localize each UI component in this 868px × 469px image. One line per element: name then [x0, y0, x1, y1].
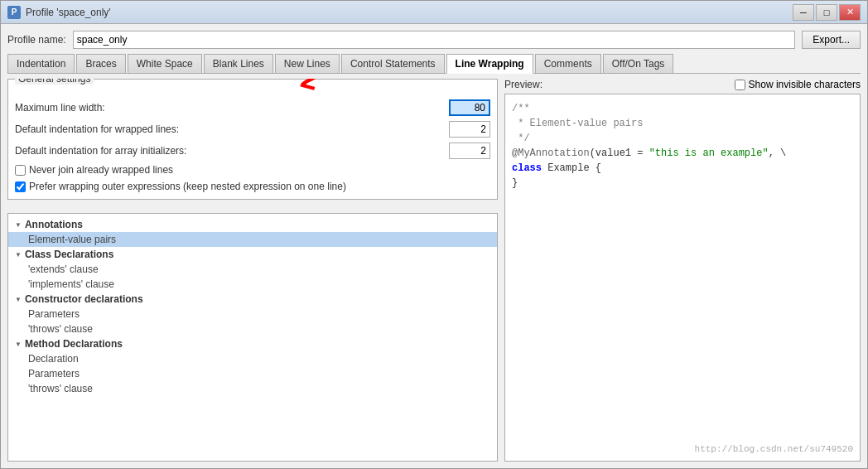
title-buttons: ─ □ ✕ [793, 4, 861, 21]
tree-item-constructor-decl[interactable]: ▼ Constructor declarations [8, 292, 497, 307]
setting-row-indent-array: Default indentation for array initialize… [15, 143, 490, 159]
code-line-3: */ [512, 131, 853, 146]
code-line-5: class Example { [512, 161, 853, 176]
tab-white-space[interactable]: White Space [128, 54, 202, 73]
maximize-button[interactable]: □ [816, 4, 837, 21]
show-invisible-row: Show invisible characters [735, 79, 861, 90]
right-panel: Preview: Show invisible characters /** *… [504, 79, 861, 462]
tab-braces[interactable]: Braces [76, 54, 125, 73]
indent-array-label: Default indentation for array initialize… [15, 145, 186, 157]
tab-control-statements[interactable]: Control Statements [341, 54, 445, 73]
tree-item-constructor-throws[interactable]: 'throws' clause [8, 322, 497, 336]
profile-row: Profile name: Export... [7, 31, 861, 49]
tab-blank-lines[interactable]: Blank Lines [204, 54, 273, 73]
expand-icon-annotations: ▼ [15, 221, 22, 229]
expand-icon-constructor: ▼ [15, 296, 22, 303]
tab-line-wrapping[interactable]: Line Wrapping [446, 54, 533, 74]
content-area: Profile name: Export... Indentation Brac… [1, 24, 867, 468]
general-settings-group: General settings Maximum line width: Def… [7, 79, 498, 200]
close-button[interactable]: ✕ [839, 4, 861, 21]
max-width-label: Maximum line width: [15, 102, 105, 114]
export-button[interactable]: Export... [802, 31, 861, 49]
tab-comments[interactable]: Comments [535, 54, 601, 73]
tree-content[interactable]: ▼ Annotations Element-value pairs ▼ Clas… [8, 214, 497, 461]
window-title: Profile 'space_only' [26, 7, 111, 18]
tree-item-method-throws[interactable]: 'throws' clause [8, 381, 497, 396]
setting-row-indent-wrapped: Default indentation for wrapped lines: [15, 121, 490, 138]
code-line-1: /** [512, 101, 853, 116]
keyword-class: class [512, 162, 542, 174]
tree-item-annotations[interactable]: ▼ Annotations [8, 217, 497, 232]
code-line-2: * Element-value pairs [512, 116, 853, 131]
checkbox-prefer-wrapping: Prefer wrapping outer expressions (keep … [15, 181, 490, 192]
left-panel: General settings Maximum line width: Def… [7, 79, 498, 462]
tab-new-lines[interactable]: New Lines [275, 54, 340, 73]
tree-item-extends[interactable]: 'extends' clause [8, 262, 497, 277]
tree-item-implements[interactable]: 'implements' clause [8, 277, 497, 292]
group-title: General settings [15, 79, 94, 85]
tree-item-element-value-pairs[interactable]: Element-value pairs [8, 232, 497, 247]
main-area: General settings Maximum line width: Def… [7, 79, 861, 462]
tree-item-method-decl[interactable]: ▼ Method Declarations [8, 336, 497, 351]
setting-row-max-width: Maximum line width: [15, 99, 490, 116]
profile-name-input[interactable] [73, 31, 796, 49]
main-window: P Profile 'space_only' ─ □ ✕ Profile nam… [0, 0, 868, 469]
never-join-label: Never join already wrapped lines [29, 164, 173, 176]
title-bar-left: P Profile 'space_only' [7, 6, 111, 19]
show-invisible-label: Show invisible characters [749, 79, 861, 90]
profile-label: Profile name: [7, 34, 66, 46]
show-invisible-checkbox[interactable] [735, 80, 745, 90]
tree-item-method-declaration[interactable]: Declaration [8, 351, 497, 366]
prefer-wrapping-checkbox[interactable] [15, 181, 26, 192]
tabs-bar: Indentation Braces White Space Blank Lin… [7, 54, 861, 74]
tab-off-on-tags[interactable]: Off/On Tags [603, 54, 674, 73]
title-bar: P Profile 'space_only' ─ □ ✕ [1, 1, 867, 24]
expand-icon-method: ▼ [15, 341, 22, 348]
prefer-wrapping-label: Prefer wrapping outer expressions (keep … [29, 181, 346, 192]
max-width-input[interactable] [449, 99, 490, 116]
tree-item-class-declarations[interactable]: ▼ Class Declarations [8, 247, 497, 262]
code-preview[interactable]: /** * Element-value pairs */ @MyAnnotati… [504, 94, 861, 462]
watermark: http://blog.csdn.net/su749520 [695, 444, 853, 454]
string-code: "this is an example" [649, 147, 769, 159]
never-join-checkbox[interactable] [15, 165, 26, 176]
tree-item-method-params[interactable]: Parameters [8, 366, 497, 381]
preview-header: Preview: Show invisible characters [504, 79, 861, 90]
checkbox-never-join: Never join already wrapped lines [15, 164, 490, 176]
minimize-button[interactable]: ─ [793, 4, 814, 21]
settings-grid: Maximum line width: Default indentation … [15, 99, 490, 192]
code-line-4: @MyAnnotation(value1 = "this is an examp… [512, 146, 853, 161]
indent-wrapped-label: Default indentation for wrapped lines: [15, 123, 179, 135]
app-icon: P [7, 6, 21, 19]
tree-panel: ▼ Annotations Element-value pairs ▼ Clas… [7, 213, 498, 462]
annotation-code: @MyAnnotation [512, 147, 590, 159]
code-line-6: } [512, 176, 853, 191]
tab-indentation[interactable]: Indentation [7, 54, 75, 73]
expand-icon-class-decl: ▼ [15, 251, 22, 259]
indent-array-input[interactable] [449, 143, 490, 159]
tree-item-constructor-params[interactable]: Parameters [8, 307, 497, 322]
preview-label: Preview: [504, 79, 542, 90]
indent-wrapped-input[interactable] [449, 121, 490, 138]
